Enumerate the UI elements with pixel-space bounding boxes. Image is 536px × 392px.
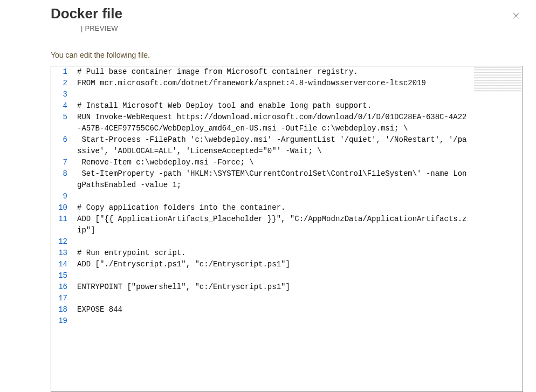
line-number: 1 <box>51 66 77 78</box>
line-number: 8 <box>51 168 77 180</box>
docker-file-panel: Docker file | PREVIEW You can edit the f… <box>0 0 536 392</box>
code-line[interactable]: 15 <box>51 270 523 281</box>
line-text[interactable]: Start-Process -FilePath 'c:\webdeploy.ms… <box>77 134 523 157</box>
line-text[interactable]: Remove-Item c:\webdeploy.msi -Force; \ <box>77 157 523 168</box>
line-number: 9 <box>51 191 77 202</box>
code-line[interactable]: 5RUN Invoke-WebRequest https://download.… <box>51 112 523 134</box>
code-line[interactable]: 18EXPOSE 844 <box>51 304 523 315</box>
line-text[interactable]: ENTRYPOINT ["powershell", "c:/Entryscrip… <box>77 281 523 293</box>
line-number: 13 <box>51 247 77 259</box>
line-number: 19 <box>51 315 77 327</box>
line-text[interactable]: # Run entrypoint script. <box>77 247 523 259</box>
code-line[interactable]: 1# Pull base container image from Micros… <box>51 66 523 78</box>
panel-header: Docker file | PREVIEW <box>51 5 523 32</box>
code-line[interactable]: 13# Run entrypoint script. <box>51 247 523 259</box>
line-number: 11 <box>51 214 77 225</box>
line-text[interactable]: RUN Invoke-WebRequest https://download.m… <box>77 112 523 134</box>
subtext: You can edit the following file. <box>51 51 523 59</box>
code-line[interactable]: 19 <box>51 315 523 327</box>
code-line[interactable]: 9 <box>51 191 523 202</box>
line-text[interactable]: ADD ["./Entryscript.ps1", "c:/Entryscrip… <box>77 259 523 270</box>
page-title: Docker file <box>51 5 122 22</box>
line-number: 12 <box>51 236 77 247</box>
close-icon <box>512 12 520 19</box>
line-text[interactable]: FROM mcr.microsoft.com/dotnet/framework/… <box>77 78 523 89</box>
line-number: 15 <box>51 270 77 281</box>
line-number: 16 <box>51 281 77 293</box>
line-number: 14 <box>51 259 77 270</box>
line-text[interactable]: # Copy application folders into the cont… <box>77 202 523 214</box>
code-area[interactable]: 1# Pull base container image from Micros… <box>51 66 523 391</box>
code-line[interactable]: 12 <box>51 236 523 247</box>
code-editor[interactable]: 1# Pull base container image from Micros… <box>51 66 523 392</box>
line-number: 4 <box>51 100 77 112</box>
line-number: 7 <box>51 157 77 168</box>
code-line[interactable]: 2FROM mcr.microsoft.com/dotnet/framework… <box>51 78 523 89</box>
line-text[interactable]: Set-ItemProperty -path 'HKLM:\SYSTEM\Cur… <box>77 168 523 191</box>
line-number: 10 <box>51 202 77 214</box>
code-line[interactable]: 11ADD ["{{ ApplicationArtifacts_Placehol… <box>51 214 523 236</box>
line-text[interactable]: # Pull base container image from Microso… <box>77 66 523 78</box>
line-number: 3 <box>51 89 77 100</box>
line-number: 5 <box>51 112 77 123</box>
code-line[interactable]: 16ENTRYPOINT ["powershell", "c:/Entryscr… <box>51 281 523 293</box>
code-line[interactable]: 4# Install Microsoft Web Deploy tool and… <box>51 100 523 112</box>
line-number: 17 <box>51 293 77 304</box>
code-line[interactable]: 17 <box>51 293 523 304</box>
code-line[interactable]: 6 Start-Process -FilePath 'c:\webdeploy.… <box>51 134 523 157</box>
line-text[interactable]: # Install Microsoft Web Deploy tool and … <box>77 100 523 112</box>
close-button[interactable] <box>509 9 523 23</box>
line-text[interactable]: ADD ["{{ ApplicationArtifacts_Placeholde… <box>77 214 523 236</box>
code-line[interactable]: 14ADD ["./Entryscript.ps1", "c:/Entryscr… <box>51 259 523 270</box>
code-line[interactable]: 3 <box>51 89 523 100</box>
line-number: 18 <box>51 304 77 315</box>
line-text[interactable]: EXPOSE 844 <box>77 304 523 315</box>
code-line[interactable]: 10# Copy application folders into the co… <box>51 202 523 214</box>
code-line[interactable]: 7 Remove-Item c:\webdeploy.msi -Force; \ <box>51 157 523 168</box>
title-block: Docker file | PREVIEW <box>51 5 122 32</box>
line-number: 6 <box>51 134 77 146</box>
code-line[interactable]: 8 Set-ItemProperty -path 'HKLM:\SYSTEM\C… <box>51 168 523 191</box>
preview-badge: | PREVIEW <box>51 24 122 32</box>
line-number: 2 <box>51 78 77 89</box>
